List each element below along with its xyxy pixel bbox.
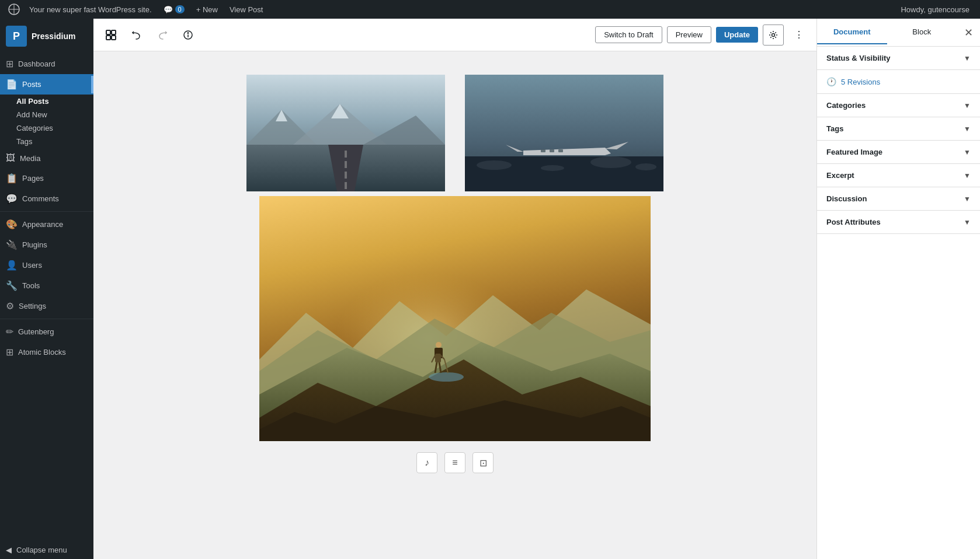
panel-section-categories: Categories ▼: [817, 94, 980, 117]
gallery-actions: ♪ ≡ ⊡: [239, 452, 671, 473]
svg-point-25: [590, 156, 631, 168]
right-panel-body: Status & Visibility ▼ 🕐 5 Revisions Cate…: [817, 47, 980, 559]
svg-rect-19: [345, 172, 347, 179]
gallery-image-road: [239, 75, 453, 191]
image-action-button[interactable]: ⊡: [472, 452, 494, 473]
sidebar-item-posts[interactable]: 📄 Posts: [0, 74, 93, 95]
switch-draft-button[interactable]: Switch to Draft: [595, 26, 662, 43]
sidebar-sub-categories[interactable]: Categories: [0, 121, 93, 135]
sidebar-brand: P Pressidium: [0, 19, 93, 54]
wordpress-logo[interactable]: [5, 0, 23, 19]
revisions-icon: 🕐: [826, 77, 836, 86]
admin-bar-comments[interactable]: 💬 0: [158, 0, 190, 19]
panel-section-revisions: 🕐 5 Revisions: [817, 70, 980, 94]
chevron-down-icon: ▼: [964, 54, 971, 62]
discussion-header[interactable]: Discussion ▼: [817, 187, 980, 210]
tab-block[interactable]: Block: [887, 20, 957, 44]
svg-rect-18: [345, 161, 347, 168]
comment-icon: 💬: [164, 5, 173, 14]
gallery-row-top: [239, 75, 671, 191]
posts-icon: 📄: [6, 79, 18, 90]
svg-point-40: [436, 342, 442, 348]
categories-header[interactable]: Categories ▼: [817, 94, 980, 117]
editor-area: Switch to Draft Preview Update ⋮: [93, 19, 816, 559]
sidebar-separator: [0, 211, 93, 212]
gutenberg-icon: ✏: [6, 326, 13, 337]
sidebar-item-tools[interactable]: 🔧 Tools: [0, 275, 93, 296]
right-panel: Document Block ✕ Status & Visibility ▼ 🕐…: [816, 19, 980, 559]
audio-action-button[interactable]: ♪: [416, 452, 437, 473]
update-button[interactable]: Update: [716, 27, 758, 43]
svg-rect-17: [345, 151, 347, 158]
collapse-icon: ◀: [6, 546, 12, 554]
appearance-icon: 🎨: [6, 219, 18, 230]
svg-rect-20: [345, 182, 347, 189]
svg-rect-2: [112, 30, 116, 34]
status-visibility-header[interactable]: Status & Visibility ▼: [817, 47, 980, 69]
info-button[interactable]: [178, 25, 199, 46]
admin-bar-view-post[interactable]: View Post: [224, 0, 269, 19]
sidebar-item-dashboard[interactable]: ⊞ Dashboard: [0, 54, 93, 74]
svg-rect-3: [106, 36, 110, 40]
revisions-link[interactable]: 🕐 5 Revisions: [817, 70, 980, 93]
panel-section-discussion: Discussion ▼: [817, 187, 980, 211]
svg-point-37: [429, 372, 464, 382]
sidebar-collapse[interactable]: ◀ Collapse menu: [0, 541, 93, 559]
panel-close-button[interactable]: ✕: [957, 21, 980, 44]
chevron-down-icon-6: ▼: [964, 195, 971, 203]
admin-bar: Your new super fast WordPress site. 💬 0 …: [0, 0, 980, 19]
preview-button[interactable]: Preview: [667, 26, 711, 43]
sidebar-sub-tags[interactable]: Tags: [0, 135, 93, 148]
dashboard-icon: ⊞: [6, 58, 13, 69]
chevron-down-icon-2: ▼: [964, 102, 971, 110]
gallery-image-plane: [457, 75, 671, 191]
sidebar-item-appearance[interactable]: 🎨 Appearance: [0, 214, 93, 235]
settings-icon: ⚙: [6, 301, 14, 312]
sidebar-item-users[interactable]: 👤 Users: [0, 255, 93, 275]
more-options-button[interactable]: ⋮: [788, 25, 809, 46]
sidebar-sub-all-posts[interactable]: All Posts: [0, 95, 93, 108]
plugins-icon: 🔌: [6, 239, 18, 250]
redo-button[interactable]: [152, 25, 173, 46]
gallery-image-hiker: [239, 196, 671, 443]
undo-button[interactable]: [126, 25, 147, 46]
sidebar-item-media[interactable]: 🖼 Media: [0, 148, 93, 168]
svg-rect-1: [106, 30, 110, 34]
settings-button[interactable]: [763, 25, 784, 46]
post-attributes-header[interactable]: Post Attributes ▼: [817, 211, 980, 233]
svg-point-8: [772, 33, 775, 36]
admin-bar-new[interactable]: + New: [190, 0, 224, 19]
sidebar-item-atomic-blocks[interactable]: ⊞ Atomic Blocks: [0, 342, 93, 362]
users-icon: 👤: [6, 260, 18, 271]
svg-rect-39: [435, 354, 441, 362]
list-action-button[interactable]: ≡: [444, 452, 465, 473]
add-block-button[interactable]: [100, 25, 121, 46]
sidebar-item-comments[interactable]: 💬 Comments: [0, 188, 93, 209]
sidebar-item-pages[interactable]: 📋 Pages: [0, 168, 93, 188]
svg-point-7: [187, 32, 189, 33]
sidebar: P Pressidium ⊞ Dashboard 📄 Posts All Pos…: [0, 19, 93, 559]
featured-image-header[interactable]: Featured Image ▼: [817, 141, 980, 163]
excerpt-header[interactable]: Excerpt ▼: [817, 164, 980, 187]
editor-toolbar: Switch to Draft Preview Update ⋮: [93, 19, 816, 51]
sidebar-sub-add-new[interactable]: Add New: [0, 108, 93, 121]
panel-section-excerpt: Excerpt ▼: [817, 164, 980, 187]
chevron-down-icon-4: ▼: [964, 148, 971, 156]
tags-header[interactable]: Tags ▼: [817, 117, 980, 140]
chevron-down-icon-5: ▼: [964, 172, 971, 180]
toolbar-right: Switch to Draft Preview Update ⋮: [595, 25, 809, 46]
svg-rect-4: [112, 36, 116, 40]
media-icon: 🖼: [6, 153, 15, 163]
sidebar-item-plugins[interactable]: 🔌 Plugins: [0, 235, 93, 255]
sidebar-item-settings[interactable]: ⚙ Settings: [0, 296, 93, 316]
brand-icon: P: [6, 26, 27, 47]
admin-bar-howdy: Howdy, gutencourse: [895, 5, 975, 14]
svg-point-24: [541, 165, 564, 171]
panel-section-status: Status & Visibility ▼: [817, 47, 980, 70]
sidebar-item-gutenberg[interactable]: ✏ Gutenberg: [0, 322, 93, 342]
admin-bar-site[interactable]: Your new super fast WordPress site.: [23, 0, 158, 19]
chevron-down-icon-3: ▼: [964, 125, 971, 133]
tab-document[interactable]: Document: [817, 20, 887, 44]
svg-rect-28: [550, 149, 554, 152]
sidebar-separator-2: [0, 319, 93, 319]
